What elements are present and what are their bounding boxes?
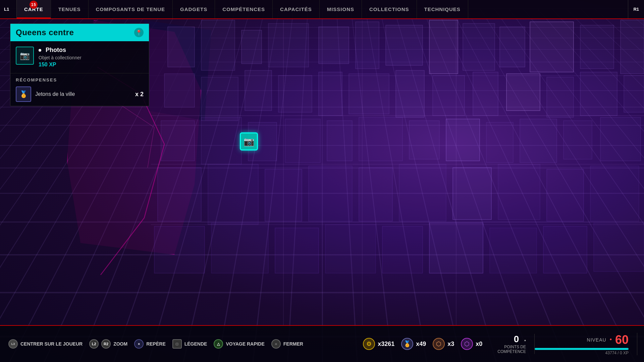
svg-rect-43 [359,168,392,221]
l1-button[interactable]: L1 [0,0,17,18]
svg-rect-20 [396,70,424,117]
control-repere: × REPÈRE [134,339,166,349]
tab-tenues-label: TENUES [58,6,81,12]
svg-rect-8 [429,20,458,74]
svg-rect-57 [594,223,644,272]
map-camera-marker[interactable]: 📷 [240,132,258,150]
control-fermer: ○ FERMER [271,339,303,349]
gold-icon: ⚙ [363,338,375,350]
svg-rect-47 [547,169,584,221]
rewards-section: RÉCOMPENSES 🏅 Jetons de la ville x 2 [10,73,149,106]
silver-value: x49 [416,341,426,348]
tab-collections-label: COLLECTIONS [369,6,409,12]
svg-rect-3 [241,30,262,64]
svg-rect-7 [386,25,423,65]
svg-rect-28 [201,117,241,164]
triangle-button[interactable]: △ [214,339,223,349]
tab-missions[interactable]: MISSIONS [320,0,362,18]
bottom-controls: L3 CENTRER SUR LE JOUEUR L2 R2 ZOOM × RE… [0,339,350,349]
svg-rect-38 [600,117,641,161]
tab-techniques-label: TECHNIQUES [424,6,461,12]
level-row: NIVEAU • 60 [587,333,629,347]
tab-carte[interactable]: 15 CARTE [17,0,51,18]
panel-title: Queens centre [16,28,74,37]
l3-button[interactable]: L3 [8,339,18,349]
control-zoom: L2 R2 ZOOM [89,339,127,349]
skill-points-dot: • [524,338,526,343]
svg-rect-25 [580,72,617,116]
top-navigation: L1 15 CARTE TENUES COMPOSANTS DE TENUE G… [0,0,644,19]
repere-label: REPÈRE [146,341,166,347]
rare-value: x0 [476,341,482,348]
l2-button[interactable]: L2 [89,339,99,349]
currency-gold: ⚙ x3261 [363,338,394,350]
item-xp: 150 XP [39,62,144,68]
tab-techniques[interactable]: TECHNIQUES [417,0,468,18]
svg-rect-11 [530,22,574,72]
tab-composants[interactable]: COMPOSANTS DE TENUE [89,0,173,18]
svg-rect-35 [486,122,513,163]
svg-rect-39 [158,168,201,221]
svg-rect-44 [399,164,446,221]
bronze-icon: ⬡ [433,338,445,350]
rewards-title: RÉCOMPENSES [16,77,144,82]
xp-bar-container: 43774 / 0 XP [535,348,629,355]
currency-group: ⚙ x3261 🏅 x49 ⬡ x3 ⬡ x0 [356,338,489,350]
cross-button[interactable]: × [134,339,144,349]
svg-rect-48 [590,166,639,221]
rare-icon: ⬡ [461,338,473,350]
svg-rect-19 [349,74,389,114]
svg-rect-12 [580,25,614,69]
svg-rect-15 [201,77,238,121]
tab-gadgets[interactable]: GADGETS [173,0,215,18]
reward-row: 🏅 Jetons de la ville x 2 [16,86,144,102]
svg-rect-6 [356,22,379,69]
tab-gadgets-label: GADGETS [180,6,207,12]
r2-button[interactable]: R2 [101,339,111,349]
svg-rect-1 [168,27,195,67]
tab-capacites[interactable]: CAPACITÉS [273,0,320,18]
bronze-value: x3 [447,341,454,348]
svg-rect-26 [624,75,644,112]
svg-rect-16 [245,70,272,111]
r1-button[interactable]: R1 [628,0,644,18]
item-dot [39,49,41,52]
tab-tenues[interactable]: TENUES [51,0,89,18]
item-type: Objet à collectionner [39,55,144,60]
zoom-label: ZOOM [113,341,127,347]
svg-rect-14 [164,74,195,107]
svg-rect-50 [211,223,268,273]
svg-rect-4 [268,23,309,67]
svg-rect-5 [319,27,349,64]
svg-rect-27 [161,121,195,161]
panel-header: Queens centre 📍 [10,24,149,41]
svg-rect-46 [498,164,540,220]
currency-silver: 🏅 x49 [401,338,426,350]
info-panel: Queens centre 📍 📷 Photos Objet à collect… [10,23,149,106]
svg-rect-49 [154,226,205,273]
xp-bar-fill [535,348,629,350]
svg-rect-21 [433,75,465,116]
tab-collections[interactable]: COLLECTIONS [362,0,417,18]
svg-rect-13 [621,20,644,74]
currency-rare: ⬡ x0 [461,338,482,350]
svg-rect-52 [325,225,376,273]
center-player-label: CENTRER SUR LE JOUEUR [20,341,83,347]
level-block: NIVEAU • 60 43774 / 0 XP [535,333,637,355]
tab-competences[interactable]: COMPÉTENCES [215,0,273,18]
gold-value: x3261 [378,341,394,348]
svg-rect-10 [500,27,525,67]
tab-capacites-label: CAPACITÉS [280,6,312,12]
circle-button[interactable]: ○ [271,339,281,349]
xp-bar-background [535,348,629,350]
item-icon: 📷 [16,47,34,65]
square-button[interactable]: □ [172,339,182,349]
skill-points-block: 0 • POINTS DE COMPÉTENCE [489,334,535,354]
svg-rect-34 [446,119,480,161]
bottom-right-stats: ⚙ x3261 🏅 x49 ⬡ x3 ⬡ x0 0 • POINT [350,333,644,355]
svg-rect-55 [490,228,537,273]
reward-icon: 🏅 [16,86,31,102]
svg-rect-18 [319,72,342,116]
svg-rect-51 [275,228,319,273]
svg-rect-2 [201,20,235,70]
